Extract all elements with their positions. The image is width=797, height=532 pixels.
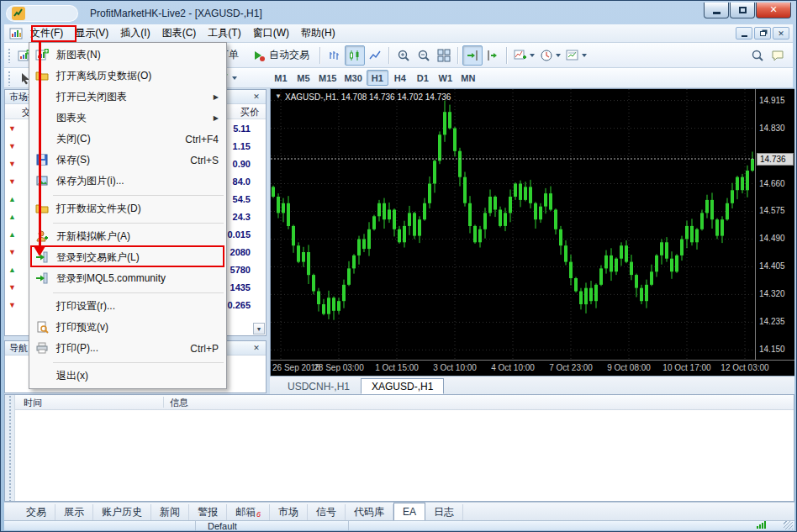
menu-item-3[interactable]: 图表(C) [156,24,203,43]
status-bar: Default [4,520,794,530]
zoom-out-button[interactable] [414,45,434,66]
time-tick-label: 9 Oct 08:00 [607,363,651,372]
annotation-box-login-item [30,245,224,267]
folder-icon [35,202,49,215]
search-icon[interactable] [747,45,768,66]
file-menu-item[interactable]: 新图表(N) [29,45,226,66]
timeframe-button-MN[interactable]: MN [457,70,479,86]
window-maximize-button[interactable] [730,3,755,18]
timeframe-button-M5[interactable]: M5 [293,70,314,86]
terminal-tab-市场[interactable]: 市场 [270,504,308,520]
menu-item-6[interactable]: 帮助(H) [295,24,341,43]
close-icon[interactable]: ✕ [251,92,261,101]
timeframe-button-M1[interactable]: M1 [270,70,292,86]
file-menu-item[interactable]: 打开已关闭图表▶ [29,87,226,108]
file-menu-item[interactable]: 图表夹▶ [29,108,226,129]
auto-scroll-button[interactable] [462,45,483,66]
chart-close-button[interactable]: ✕ [773,27,789,40]
menu-item-2[interactable]: 插入(I) [114,24,156,43]
chart-window-icon[interactable] [9,27,24,40]
terminal-tab-信号[interactable]: 信号 [308,504,346,520]
bar-chart-button[interactable] [325,45,345,66]
resize-grip[interactable] [784,521,793,529]
file-menu-dropdown: 新图表(N)打开离线历史数据(O)打开已关闭图表▶图表夹▶关闭(C)Ctrl+F… [29,42,227,389]
chart-restore-button[interactable] [754,27,771,40]
file-menu-item[interactable]: 打印(P)...Ctrl+P [29,338,226,359]
periods-button[interactable] [537,45,563,66]
terminal-tab-新闻[interactable]: 新闻 [151,504,189,520]
time-tick-label: 4 Oct 10:00 [491,363,535,372]
chart-window[interactable]: ▼ XAGUSD-,H1. 14.708 14.736 14.702 14.73… [270,88,794,376]
chart-tab[interactable]: USDCNH-,H1 [277,378,361,394]
line-chart-button[interactable] [365,45,385,66]
print-preview-icon [35,320,49,334]
price-tick-label: 14.405 [759,261,785,271]
price-axis[interactable]: 14.736 14.91514.83014.66014.57514.49014.… [755,89,794,360]
terminal-tab-EA[interactable]: EA [393,503,425,520]
file-menu-item[interactable]: 关闭(C)Ctrl+F4 [29,129,226,150]
status-profile[interactable]: Default [196,521,349,530]
column-ask[interactable]: 买价 [240,106,259,119]
menu-separator [29,359,226,366]
chart-minimize-button[interactable] [736,27,752,40]
file-menu-item[interactable]: 保存(S)Ctrl+S [29,150,226,171]
time-tick-label: 26 Sep 2018 [272,363,320,372]
column-message[interactable]: 信息 [170,397,188,409]
file-menu-item[interactable]: 打开离线历史数据(O) [29,66,226,87]
window-title: ProfitMarketHK-Live2 - [XAGUSD-,H1] [90,8,262,19]
tile-windows-button[interactable] [434,45,454,66]
printer-icon [35,341,49,355]
terminal-tab-代码库[interactable]: 代码库 [346,504,393,520]
terminal-body[interactable] [15,410,794,501]
window-close-button[interactable]: ✕ [756,3,791,18]
templates-button[interactable] [563,45,589,66]
timeframe-button-H4[interactable]: H4 [389,70,411,86]
timeframe-button-W1[interactable]: W1 [435,70,457,86]
indicators-button[interactable] [511,45,537,66]
zoom-in-button[interactable] [393,45,414,66]
terminal-tab-账户历史[interactable]: 账户历史 [93,504,151,520]
quote-price: 84.0 [233,176,251,187]
timeframe-button-H1[interactable]: H1 [367,70,388,86]
timeframe-button-D1[interactable]: D1 [412,70,434,86]
chart-tab[interactable]: XAGUSD-,H1 [361,378,444,394]
terminal-tab-邮箱[interactable]: 邮箱6 [227,504,270,520]
terminal-dock-grip[interactable] [5,395,15,501]
autotrading-button[interactable]: 自动交易 [245,45,316,66]
chart-plot-area[interactable] [271,89,755,360]
title-bar[interactable]: ProfitMarketHK-Live2 - [XAGUSD-,H1] ✕ [4,3,793,24]
tick-down-icon: ▼ [8,247,18,257]
tick-up-icon: ▲ [8,194,18,204]
toolbar-grip[interactable] [8,71,12,86]
terminal-tab-展示[interactable]: 展示 [55,504,93,520]
terminal-tab-交易[interactable]: 交易 [18,504,55,520]
terminal-tab-警报[interactable]: 警报 [189,504,227,520]
scroll-down-icon[interactable]: ▼ [253,323,265,334]
chart-shift-button[interactable] [483,45,503,66]
file-menu-item[interactable]: 保存为图片(i)... [29,171,226,192]
timeframes-toolbar: M1M5M15M30H1H4D1W1MN [270,70,480,86]
community-chat-icon[interactable] [768,45,788,66]
terminal-panel: 时间 信息 [4,394,794,502]
app-logo-icon[interactable] [12,7,25,20]
file-menu-item[interactable]: 打印预览(v) [29,317,226,338]
file-menu-item[interactable]: 登录到MQL5.community [29,268,226,289]
timeframe-button-M30[interactable]: M30 [340,70,365,86]
close-icon[interactable]: ✕ [251,344,261,352]
column-time[interactable]: 时间 [24,397,42,409]
menu-item-5[interactable]: 窗口(W) [247,24,295,43]
file-menu-item[interactable]: 打印设置(r)... [29,296,226,317]
tick-up-icon: ▲ [8,212,18,222]
file-menu-item[interactable]: 开新模拟帐户(A) [29,226,226,247]
price-tick-label: 14.320 [759,289,785,298]
terminal-tab-日志[interactable]: 日志 [425,504,463,520]
time-axis[interactable]: 26 Sep 201828 Sep 03:001 Oct 15:003 Oct … [271,360,794,376]
timeframe-button-M15[interactable]: M15 [315,70,340,86]
one-click-trading-icon[interactable]: ▼ [275,92,282,100]
toolbar-grip[interactable] [8,48,12,63]
menu-item-4[interactable]: 工具(T) [202,24,246,43]
candlestick-chart-button[interactable] [345,45,365,66]
file-menu-item[interactable]: 退出(x) [29,366,226,387]
window-minimize-button[interactable] [704,3,729,18]
file-menu-item[interactable]: 打开数据文件夹(D) [29,198,226,219]
